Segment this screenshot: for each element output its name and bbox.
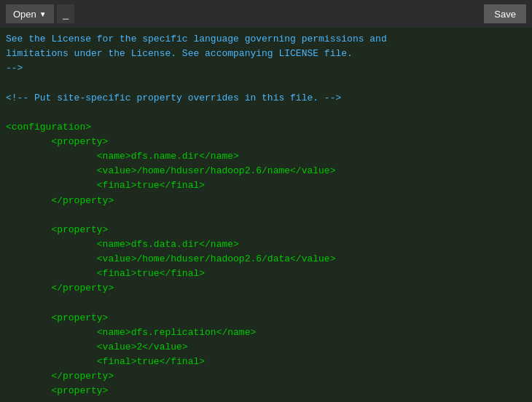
toolbar-left: Open ▼ ⎯ bbox=[6, 4, 74, 23]
pin-button[interactable]: ⎯ bbox=[57, 4, 74, 23]
toolbar: Open ▼ ⎯ Save bbox=[0, 0, 532, 28]
editor-area[interactable]: See the License for the specific languag… bbox=[0, 28, 532, 402]
save-button[interactable]: Save bbox=[484, 4, 526, 23]
save-label: Save bbox=[494, 9, 516, 20]
chevron-down-icon: ▼ bbox=[39, 10, 47, 18]
open-button[interactable]: Open ▼ bbox=[6, 4, 54, 23]
pin-icon: ⎯ bbox=[63, 8, 69, 20]
open-label: Open bbox=[13, 9, 36, 20]
